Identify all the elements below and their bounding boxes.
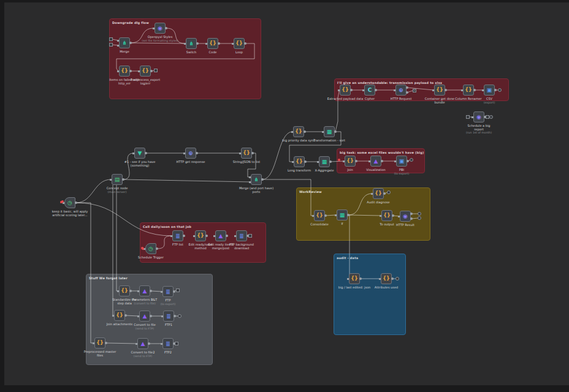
input-port[interactable]: [117, 40, 119, 42]
input-port[interactable]: [137, 315, 139, 317]
input-port[interactable]: [482, 89, 484, 91]
output-port[interactable]: [173, 290, 175, 293]
connection-edge[interactable]: [113, 185, 113, 315]
output-port[interactable]: [410, 217, 413, 220]
input-port[interactable]: [335, 214, 337, 216]
input-port[interactable]: [432, 89, 434, 91]
output-port[interactable]: [324, 214, 327, 217]
connection-edge[interactable]: [262, 179, 313, 216]
node-M8[interactable]: ▦: [324, 126, 335, 137]
input-port[interactable]: [461, 89, 463, 91]
endpoint-circle[interactable]: [498, 88, 502, 92]
node-D2[interactable]: {}: [195, 230, 206, 241]
output-port[interactable]: [246, 235, 249, 237]
input-port[interactable]: [380, 215, 381, 217]
output-port[interactable]: [304, 160, 307, 163]
input-port[interactable]: [312, 215, 314, 217]
node-B2[interactable]: {}: [381, 273, 392, 284]
node-M6[interactable]: ⋔: [251, 174, 262, 185]
output-port[interactable]: [165, 27, 167, 29]
input-port[interactable]: [161, 315, 163, 317]
connection-edge[interactable]: [76, 179, 111, 203]
node-T5[interactable]: {}: [463, 85, 474, 96]
input-port[interactable]: [213, 235, 215, 237]
input-port[interactable]: [472, 116, 473, 118]
input-port[interactable]: [249, 181, 251, 183]
node-L1[interactable]: ◉: [473, 111, 484, 123]
endpoint-circle[interactable]: [489, 115, 493, 119]
endpoint-circle[interactable]: [387, 190, 391, 194]
node-B1[interactable]: {}: [349, 273, 360, 284]
output-port[interactable]: [392, 214, 394, 217]
input-port[interactable]: [193, 235, 195, 237]
node-D0[interactable]: ◷: [145, 243, 156, 254]
connection-edge[interactable]: [157, 236, 172, 249]
output-port[interactable]: [473, 89, 476, 91]
node-S5[interactable]: ▲: [139, 311, 150, 322]
node-R2[interactable]: ▲: [370, 156, 381, 167]
input-port[interactable]: [137, 290, 139, 292]
node-G5[interactable]: ◉: [400, 211, 411, 222]
input-port[interactable]: [117, 45, 119, 47]
output-port[interactable]: [183, 235, 185, 237]
output-port[interactable]: [406, 86, 408, 89]
input-port[interactable]: [138, 70, 140, 72]
output-port[interactable]: [407, 160, 409, 162]
connection-edge[interactable]: [131, 43, 185, 43]
output-port[interactable]: [383, 192, 386, 195]
node-S7[interactable]: {}: [94, 337, 105, 349]
output-port[interactable]: [156, 247, 158, 250]
node-S8[interactable]: ▲: [137, 338, 148, 349]
output-port[interactable]: [196, 42, 199, 45]
node-D1[interactable]: ≣: [172, 230, 183, 241]
node-D4[interactable]: ≣: [236, 230, 247, 241]
endpoint-square[interactable]: [176, 288, 180, 292]
output-port[interactable]: [355, 160, 357, 162]
node-A4[interactable]: {}: [207, 38, 218, 49]
connection-edge[interactable]: [407, 88, 433, 90]
endpoint-square[interactable]: [109, 43, 113, 47]
endpoint-square[interactable]: [466, 115, 470, 119]
output-port[interactable]: [129, 42, 132, 44]
input-port[interactable]: [136, 343, 137, 345]
output-port[interactable]: [174, 315, 176, 317]
node-M2[interactable]: ▤: [112, 174, 123, 185]
node-M7[interactable]: {}: [293, 126, 304, 137]
node-G3[interactable]: {}: [373, 188, 384, 199]
node-M3[interactable]: ▼: [134, 148, 145, 159]
output-port[interactable]: [150, 70, 153, 72]
input-port[interactable]: [205, 43, 207, 45]
node-S2[interactable]: ▲: [139, 285, 150, 296]
connection-edge[interactable]: [76, 203, 94, 343]
node-T3[interactable]: ⊕: [395, 85, 407, 96]
node-M5[interactable]: {}: [241, 148, 252, 159]
input-port[interactable]: [161, 343, 162, 345]
connection-edge[interactable]: [126, 315, 139, 316]
output-port[interactable]: [391, 277, 394, 280]
node-A7[interactable]: {}: [140, 66, 151, 77]
input-port[interactable]: [153, 28, 155, 29]
connection-edge[interactable]: [348, 215, 349, 279]
output-port[interactable]: [334, 130, 337, 133]
connection-edge[interactable]: [348, 194, 372, 215]
output-port[interactable]: [122, 178, 124, 181]
connection-edge[interactable]: [76, 203, 172, 236]
output-port[interactable]: [124, 314, 127, 317]
connection-edge[interactable]: [330, 161, 344, 162]
input-port[interactable]: [93, 342, 94, 344]
connection-edge[interactable]: [116, 185, 118, 291]
node-T6[interactable]: ▣: [484, 85, 495, 96]
endpoint-circle[interactable]: [410, 158, 413, 162]
node-M4[interactable]: ⊕: [185, 148, 196, 159]
node-A5[interactable]: {}: [234, 38, 245, 49]
endpoint-square[interactable]: [109, 37, 113, 41]
output-port[interactable]: [129, 290, 132, 292]
output-port[interactable]: [173, 342, 175, 345]
output-port[interactable]: [261, 178, 264, 181]
output-port[interactable]: [304, 130, 306, 133]
output-port[interactable]: [148, 342, 150, 345]
input-port[interactable]: [117, 290, 119, 292]
node-S9[interactable]: ≣: [162, 338, 174, 349]
input-port[interactable]: [232, 43, 234, 45]
endpoint-circle[interactable]: [395, 277, 399, 281]
